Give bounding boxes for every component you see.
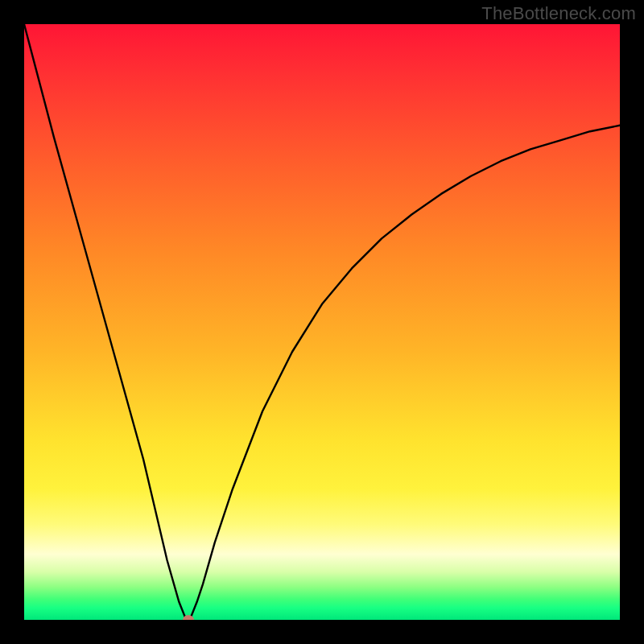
watermark-text: TheBottleneck.com [481,3,636,24]
chart-frame: TheBottleneck.com [0,0,644,644]
plot-area [24,24,620,620]
minimum-marker [183,615,194,620]
bottleneck-curve [24,24,620,620]
